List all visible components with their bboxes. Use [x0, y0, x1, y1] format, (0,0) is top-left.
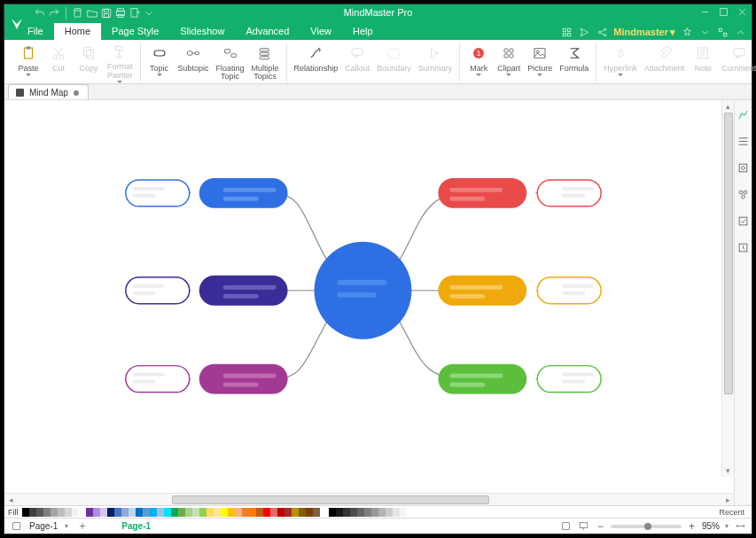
subtopic-right-2[interactable]	[537, 277, 601, 304]
color-swatch[interactable]	[284, 508, 292, 517]
color-swatch[interactable]	[65, 508, 72, 517]
color-swatch[interactable]	[43, 508, 51, 517]
rail-outline-icon[interactable]	[737, 134, 751, 148]
multiple-topics-button[interactable]: Multiple Topics	[248, 42, 283, 83]
topic-right-3[interactable]	[438, 364, 526, 394]
scroll-up-arrow[interactable]: ▴	[722, 100, 735, 113]
subtopic-left-3[interactable]	[126, 366, 190, 393]
gray-swatch[interactable]	[393, 508, 400, 517]
new-icon[interactable]	[71, 6, 85, 20]
relationship-button[interactable]: Relationship	[291, 42, 342, 83]
summary-button[interactable]: Summary	[415, 42, 456, 83]
save-icon[interactable]	[99, 6, 113, 20]
redo-icon[interactable]	[47, 6, 61, 20]
appearance-icon[interactable]	[681, 26, 693, 38]
color-swatch[interactable]	[100, 508, 107, 517]
color-swatch[interactable]	[263, 508, 270, 517]
zoom-slider[interactable]	[611, 525, 682, 528]
rail-iconset-icon[interactable]	[737, 160, 751, 175]
callout-button[interactable]: Callout	[341, 42, 373, 83]
color-swatch[interactable]	[185, 508, 192, 517]
mark-button[interactable]: 1Mark	[464, 42, 494, 83]
menu-file[interactable]: File	[17, 23, 54, 40]
scroll-down-arrow[interactable]: ▾	[722, 464, 735, 477]
fit-page-icon[interactable]	[560, 520, 573, 533]
gray-swatch[interactable]	[336, 508, 343, 517]
prev-page-icon[interactable]	[10, 520, 22, 533]
send-icon[interactable]	[578, 26, 590, 38]
format-painter-button[interactable]: Format Painter	[104, 42, 136, 83]
color-swatch[interactable]	[235, 508, 242, 517]
gray-swatch[interactable]	[350, 508, 357, 517]
color-swatch[interactable]	[171, 508, 178, 517]
topic-left-3[interactable]	[199, 364, 288, 394]
color-swatch[interactable]	[114, 508, 121, 517]
zoom-out-button[interactable]: −	[596, 520, 605, 533]
topic-right-1[interactable]	[438, 178, 526, 208]
attachment-button[interactable]: Attachment	[641, 42, 689, 83]
color-swatch[interactable]	[143, 508, 150, 517]
boundary-button[interactable]: Boundary	[373, 42, 415, 83]
color-swatch[interactable]	[93, 508, 100, 517]
open-icon[interactable]	[85, 6, 99, 20]
color-swatch[interactable]	[228, 508, 235, 517]
color-swatch[interactable]	[192, 508, 199, 517]
gray-swatch[interactable]	[386, 508, 393, 517]
hyperlink-button[interactable]: Hyperlink	[600, 42, 641, 83]
gray-swatch[interactable]	[407, 508, 414, 517]
clipart-button[interactable]: Clipart	[494, 42, 524, 83]
topic-right-2[interactable]	[438, 276, 526, 306]
color-swatch[interactable]	[86, 508, 93, 517]
menu-advanced[interactable]: Advanced	[235, 23, 300, 40]
color-swatch[interactable]	[249, 508, 256, 517]
brand-dropdown[interactable]: Mindmaster▾	[613, 27, 675, 38]
color-swatch[interactable]	[107, 508, 114, 517]
color-swatch[interactable]	[277, 508, 284, 517]
color-swatch[interactable]	[79, 508, 86, 517]
document-tab[interactable]: Mind Map	[8, 84, 89, 99]
subtopic-left-2[interactable]	[126, 277, 190, 304]
add-page-button[interactable]: ＋	[75, 519, 90, 534]
page-dropdown-caret[interactable]: ▾	[65, 522, 68, 530]
subtopic-button[interactable]: Subtopic	[175, 42, 213, 83]
canvas[interactable]: ▴ ▾ ◂ ▸	[4, 100, 734, 505]
color-swatch[interactable]	[36, 508, 43, 517]
scroll-left-arrow[interactable]: ◂	[4, 494, 17, 506]
rail-clipart-icon[interactable]	[737, 187, 751, 201]
color-swatch[interactable]	[313, 508, 320, 517]
note-button[interactable]: Note	[688, 42, 718, 83]
color-swatch[interactable]	[242, 508, 249, 517]
collapse-ribbon-icon[interactable]	[734, 26, 746, 38]
subtopic-right-1[interactable]	[537, 180, 601, 207]
zoom-caret[interactable]: ▾	[725, 522, 729, 530]
share-icon[interactable]	[596, 26, 608, 38]
color-swatch[interactable]	[22, 508, 29, 517]
topic-left-1[interactable]	[199, 178, 288, 208]
rail-task-icon[interactable]	[737, 214, 751, 228]
scroll-h-thumb[interactable]	[172, 495, 489, 504]
color-swatch[interactable]	[136, 508, 143, 517]
copy-button[interactable]: Copy	[74, 42, 104, 83]
gray-swatch[interactable]	[357, 508, 364, 517]
color-swatch[interactable]	[121, 508, 129, 517]
scrollbar-horizontal[interactable]: ◂ ▸	[4, 493, 734, 505]
color-swatch[interactable]	[256, 508, 263, 517]
zoom-in-button[interactable]: +	[687, 520, 697, 533]
color-swatch[interactable]	[51, 508, 58, 517]
color-swatch[interactable]	[178, 508, 185, 517]
rail-style-icon[interactable]	[737, 107, 751, 121]
comment-button[interactable]: Comment	[718, 42, 756, 83]
export-icon[interactable]	[128, 6, 142, 20]
subtopic-left-1[interactable]	[126, 180, 190, 207]
color-swatch[interactable]	[292, 508, 299, 517]
gray-swatch[interactable]	[400, 508, 407, 517]
formula-button[interactable]: Formula	[556, 42, 592, 83]
grid-icon[interactable]	[560, 26, 573, 38]
maximize-button[interactable]	[718, 6, 729, 18]
gray-swatch[interactable]	[364, 508, 371, 517]
color-swatch[interactable]	[72, 508, 79, 517]
color-swatch[interactable]	[199, 508, 207, 517]
subtopic-right-3[interactable]	[537, 366, 601, 393]
color-swatch[interactable]	[58, 508, 65, 517]
active-page-label[interactable]: Page-1	[121, 521, 151, 531]
